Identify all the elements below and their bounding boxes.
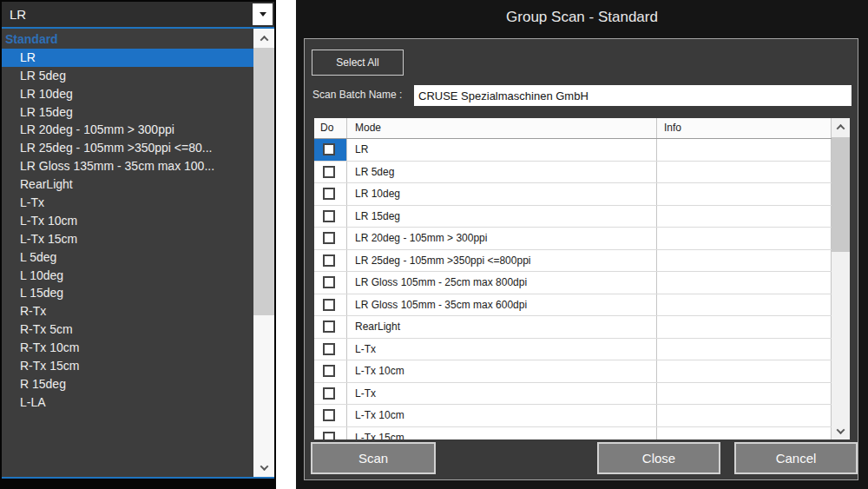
do-cell[interactable] bbox=[314, 183, 347, 205]
chevron-down-icon bbox=[260, 462, 268, 471]
list-scrollbar-thumb[interactable] bbox=[253, 48, 274, 315]
do-cell[interactable] bbox=[314, 405, 347, 426]
row-checkbox[interactable] bbox=[323, 365, 335, 377]
row-checkbox[interactable] bbox=[323, 343, 335, 355]
list-item[interactable]: LR bbox=[2, 49, 253, 67]
do-cell[interactable] bbox=[314, 316, 347, 338]
info-cell[interactable] bbox=[657, 183, 832, 205]
info-cell[interactable] bbox=[657, 383, 832, 405]
list-scrollbar[interactable] bbox=[253, 29, 274, 477]
mode-combobox[interactable]: LR bbox=[2, 2, 274, 27]
mode-cell[interactable]: L-Tx bbox=[347, 339, 657, 360]
table-scrollbar-thumb[interactable] bbox=[832, 137, 850, 252]
batch-name-input[interactable] bbox=[414, 85, 852, 106]
list-item[interactable]: R 15deg bbox=[2, 375, 253, 393]
row-checkbox[interactable] bbox=[323, 432, 335, 440]
info-cell[interactable] bbox=[657, 206, 832, 228]
mode-cell[interactable]: LR Gloss 105mm - 35cm max 600dpi bbox=[347, 294, 657, 316]
mode-cell[interactable]: L-Tx 10cm bbox=[347, 360, 657, 382]
list-item[interactable]: LR 20deg - 105mm > 300ppi bbox=[2, 121, 253, 139]
table-scroll-down-button[interactable] bbox=[832, 422, 850, 439]
list-scroll-down-button[interactable] bbox=[253, 458, 274, 477]
mode-cell[interactable]: LR bbox=[347, 139, 657, 161]
table-row: LR 20deg - 105mm > 300ppi bbox=[314, 228, 832, 250]
info-cell[interactable] bbox=[657, 360, 832, 382]
close-button[interactable]: Close bbox=[597, 442, 720, 474]
info-cell[interactable] bbox=[657, 139, 832, 161]
column-header-info[interactable]: Info bbox=[657, 118, 832, 138]
row-checkbox[interactable] bbox=[323, 254, 335, 267]
mode-cell[interactable]: L-Tx 15cm bbox=[347, 427, 657, 440]
mode-cell[interactable]: RearLight bbox=[347, 316, 657, 338]
do-cell[interactable] bbox=[314, 139, 347, 161]
mode-cell[interactable]: LR 25deg - 105mm >350ppi <=800ppi bbox=[347, 250, 657, 272]
mode-cell[interactable]: LR 15deg bbox=[347, 206, 657, 228]
list-item[interactable]: L 15deg bbox=[2, 284, 253, 302]
info-cell[interactable] bbox=[657, 427, 832, 440]
list-item[interactable]: L-Tx bbox=[2, 194, 253, 212]
info-cell[interactable] bbox=[657, 162, 832, 183]
do-cell[interactable] bbox=[314, 339, 347, 360]
column-header-mode[interactable]: Mode bbox=[347, 118, 657, 138]
row-checkbox[interactable] bbox=[323, 387, 335, 400]
list-item[interactable]: LR 25deg - 105mm >350ppi <=80... bbox=[2, 139, 253, 157]
list-item[interactable]: RearLight bbox=[2, 175, 253, 194]
row-checkbox[interactable] bbox=[323, 188, 335, 200]
column-header-do[interactable]: Do bbox=[314, 118, 347, 138]
do-cell[interactable] bbox=[314, 228, 347, 249]
do-cell[interactable] bbox=[314, 360, 347, 382]
info-cell[interactable] bbox=[657, 272, 832, 294]
combobox-dropdown-button[interactable] bbox=[253, 3, 273, 25]
mode-cell[interactable]: LR 20deg - 105mm > 300ppi bbox=[347, 228, 657, 249]
info-cell[interactable] bbox=[657, 250, 832, 272]
do-cell[interactable] bbox=[314, 427, 347, 440]
row-checkbox[interactable] bbox=[323, 232, 335, 244]
scan-button[interactable]: Scan bbox=[311, 442, 436, 474]
list-item[interactable]: R-Tx bbox=[2, 302, 253, 320]
list-item[interactable]: L 10deg bbox=[2, 267, 253, 285]
table-row: LR bbox=[314, 139, 832, 162]
list-item[interactable]: L 5deg bbox=[2, 248, 253, 267]
row-checkbox[interactable] bbox=[323, 276, 335, 288]
do-cell[interactable] bbox=[314, 206, 347, 228]
row-checkbox[interactable] bbox=[323, 210, 335, 222]
list-item[interactable]: LR 5deg bbox=[2, 67, 253, 85]
select-all-button[interactable]: Select All bbox=[312, 50, 404, 76]
table-row: RearLight bbox=[314, 316, 832, 339]
do-cell[interactable] bbox=[314, 250, 347, 272]
info-cell[interactable] bbox=[657, 228, 832, 249]
list-item[interactable]: LR 10deg bbox=[2, 85, 253, 103]
row-checkbox[interactable] bbox=[323, 299, 335, 311]
do-cell[interactable] bbox=[314, 294, 347, 316]
list-item[interactable]: R-Tx 5cm bbox=[2, 320, 253, 339]
list-group-header[interactable]: Standard bbox=[2, 30, 253, 49]
table-scroll-up-button[interactable] bbox=[832, 118, 850, 135]
table-row: LR Gloss 105mm - 25cm max 800dpi bbox=[314, 272, 832, 294]
row-checkbox[interactable] bbox=[323, 143, 335, 155]
info-cell[interactable] bbox=[657, 405, 832, 426]
list-item[interactable]: L-Tx 15cm bbox=[2, 230, 253, 248]
info-cell[interactable] bbox=[657, 294, 832, 316]
list-item[interactable]: R-Tx 10cm bbox=[2, 339, 253, 357]
do-cell[interactable] bbox=[314, 383, 347, 405]
cancel-button[interactable]: Cancel bbox=[734, 442, 858, 474]
mode-cell[interactable]: LR 5deg bbox=[347, 162, 657, 183]
list-item[interactable]: L-Tx 10cm bbox=[2, 212, 253, 230]
row-checkbox[interactable] bbox=[323, 166, 335, 178]
mode-cell[interactable]: L-Tx bbox=[347, 383, 657, 405]
list-scroll-up-button[interactable] bbox=[253, 29, 274, 48]
mode-cell[interactable]: L-Tx 10cm bbox=[347, 405, 657, 426]
mode-cell[interactable]: LR 10deg bbox=[347, 183, 657, 205]
info-cell[interactable] bbox=[657, 339, 832, 360]
row-checkbox[interactable] bbox=[323, 320, 335, 333]
mode-cell[interactable]: LR Gloss 105mm - 25cm max 800dpi bbox=[347, 272, 657, 294]
info-cell[interactable] bbox=[657, 316, 832, 338]
table-scrollbar[interactable] bbox=[832, 118, 850, 439]
list-item[interactable]: LR Gloss 135mm - 35cm max 100... bbox=[2, 157, 253, 175]
row-checkbox[interactable] bbox=[323, 409, 335, 421]
do-cell[interactable] bbox=[314, 162, 347, 183]
list-item[interactable]: LR 15deg bbox=[2, 103, 253, 122]
do-cell[interactable] bbox=[314, 272, 347, 294]
list-item[interactable]: L-LA bbox=[2, 393, 253, 412]
list-item[interactable]: R-Tx 15cm bbox=[2, 357, 253, 375]
